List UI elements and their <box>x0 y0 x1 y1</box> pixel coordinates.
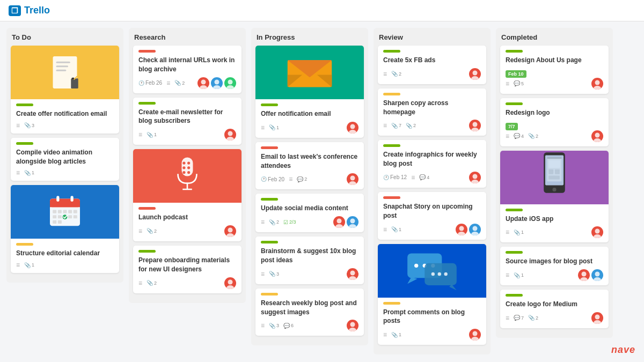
svg-point-97 <box>595 229 600 234</box>
column-review: ReviewCreate 5x FB ads≡📎2 Sharpen copy a… <box>374 28 491 354</box>
card-rev-1[interactable]: Create 5x FB ads≡📎2 <box>378 46 486 84</box>
card-meta-item: ≡ <box>138 279 142 287</box>
svg-point-102 <box>594 277 601 281</box>
svg-rect-11 <box>71 196 74 202</box>
svg-rect-94 <box>548 169 553 174</box>
card-label <box>138 50 156 53</box>
svg-point-87 <box>594 138 601 142</box>
card-comp-5[interactable]: Create logo for Medium≡💬7📎2 <box>500 290 609 328</box>
card-comp-2[interactable]: Redesign logo7/7≡💬4📎2 <box>500 98 609 146</box>
card-meta: ≡📎2 <box>383 70 401 78</box>
avatar <box>456 224 467 235</box>
card-title: Create offer notification email <box>16 109 114 119</box>
card-meta-item: ≡ <box>506 314 509 322</box>
card-meta: ≡💬4📎2 <box>506 132 538 140</box>
card-footer: 🕐Feb 20≡💬2 <box>261 173 358 185</box>
svg-point-31 <box>228 131 233 136</box>
avatar-group <box>469 120 481 131</box>
card-meta: ≡📎1 <box>16 261 34 269</box>
card-meta-item: 📎2 <box>174 80 185 86</box>
card-res-1[interactable]: Check all internal URLs work in blog arc… <box>133 46 241 93</box>
card-meta: ≡📎1 <box>261 124 279 131</box>
card-body-comp-4: Source images for blog post≡📎1 <box>500 247 609 285</box>
svg-point-86 <box>595 132 600 137</box>
svg-point-34 <box>182 161 185 164</box>
svg-point-42 <box>228 227 233 232</box>
card-ip-1[interactable]: Offer notification email≡📎1 <box>255 46 364 138</box>
avatar-group <box>347 122 358 134</box>
card-title: Structure editorial calendar <box>16 249 114 258</box>
card-comp-3[interactable]: Update iOS app≡📎1 <box>500 151 609 243</box>
card-footer: ≡📎3💬6 <box>261 320 358 331</box>
card-title: Update social media content <box>261 204 358 213</box>
card-rev-2[interactable]: Sharpen copy across homepage≡📎7📎2 <box>378 88 486 136</box>
svg-point-51 <box>349 130 356 134</box>
card-rev-4[interactable]: Snapchat Story on upcoming post≡📎1 <box>378 192 486 240</box>
card-ip-2[interactable]: Email to last week's conference attendee… <box>255 142 364 190</box>
svg-point-44 <box>228 279 233 284</box>
card-rev-3[interactable]: Create infographics for weekly blog post… <box>378 140 486 188</box>
card-meta-item: 💬6 <box>283 323 294 329</box>
card-title: Snapchat Story on upcoming post <box>383 202 481 220</box>
card-meta-item: ≡ <box>383 331 387 338</box>
svg-point-35 <box>182 166 185 169</box>
svg-point-67 <box>471 180 479 183</box>
card-res-4[interactable]: Prepare onboarding materials for new UI … <box>133 246 241 293</box>
svg-rect-17 <box>53 216 56 219</box>
card-meta: ≡💬5 <box>506 80 524 87</box>
card-title: Check all internal URLs work in blog arc… <box>138 56 236 74</box>
svg-rect-23 <box>53 220 56 224</box>
card-meta-item: 📎1 <box>147 132 157 138</box>
svg-point-59 <box>349 276 356 280</box>
card-meta-item: ☑2/3 <box>283 219 296 225</box>
svg-point-43 <box>226 233 234 237</box>
avatar <box>347 173 358 185</box>
card-body-todo-3: Structure editorial calendar≡📎1 <box>11 239 119 273</box>
avatar-group <box>224 129 236 141</box>
svg-point-91 <box>552 187 556 191</box>
svg-point-83 <box>471 337 479 341</box>
svg-point-103 <box>595 314 600 319</box>
svg-point-99 <box>582 272 587 277</box>
card-meta-item: 📎1 <box>269 124 279 130</box>
card-label <box>383 196 400 199</box>
svg-point-45 <box>226 285 234 289</box>
card-res-2[interactable]: Create e-mail newsletter for blog subscr… <box>133 98 241 145</box>
svg-rect-1 <box>56 62 70 63</box>
card-todo-2[interactable]: Compile video animation alongside blog a… <box>11 138 119 181</box>
avatar <box>591 226 603 238</box>
avatar <box>469 172 481 183</box>
card-comp-4[interactable]: Source images for blog post≡📎1 <box>500 247 609 285</box>
avatar <box>591 78 603 90</box>
svg-point-37 <box>187 161 190 164</box>
avatar-group <box>224 277 236 289</box>
svg-rect-95 <box>555 169 560 174</box>
svg-rect-24 <box>58 220 62 224</box>
card-rev-5[interactable]: Prompt comments on blog posts≡📎1 <box>378 244 486 345</box>
card-meta-item: 📎1 <box>24 170 34 176</box>
card-body-comp-1: Redesign About Us pageFeb 10≡💬5 <box>500 46 609 94</box>
card-meta-item: 📎2 <box>406 123 416 129</box>
card-meta: ≡📎1 <box>506 271 524 279</box>
avatar-group <box>469 329 481 341</box>
card-todo-3[interactable]: Structure editorial calendar≡📎1 <box>11 185 119 273</box>
card-meta-item: 📎2 <box>528 133 538 139</box>
svg-rect-16 <box>74 210 77 213</box>
svg-point-55 <box>335 224 343 228</box>
card-title: Source images for blog post <box>506 257 603 266</box>
card-todo-1[interactable]: Create offer notification email≡📎3 <box>11 46 119 134</box>
card-footer: ≡📎1 <box>16 261 114 269</box>
svg-point-39 <box>187 171 190 174</box>
card-res-3[interactable]: Launch podcast≡📎2 <box>133 149 241 241</box>
svg-point-53 <box>349 181 356 185</box>
card-ip-5[interactable]: Research weekly blog post and suggest im… <box>255 289 364 336</box>
card-comp-1[interactable]: Redesign About Us pageFeb 10≡💬5 <box>500 46 609 94</box>
card-ip-3[interactable]: Update social media content≡📎2☑2/3 <box>255 194 364 232</box>
avatar-group <box>591 78 603 90</box>
card-meta-item: ≡ <box>506 228 509 236</box>
card-meta-item: 💬4 <box>514 133 524 139</box>
card-title: Brainstorm & suggest 10x blog post ideas <box>261 247 358 265</box>
card-date: 🕐Feb 20 <box>261 176 284 182</box>
card-ip-4[interactable]: Brainstorm & suggest 10x blog post ideas… <box>255 237 364 284</box>
card-body-rev-1: Create 5x FB ads≡📎2 <box>378 46 486 84</box>
